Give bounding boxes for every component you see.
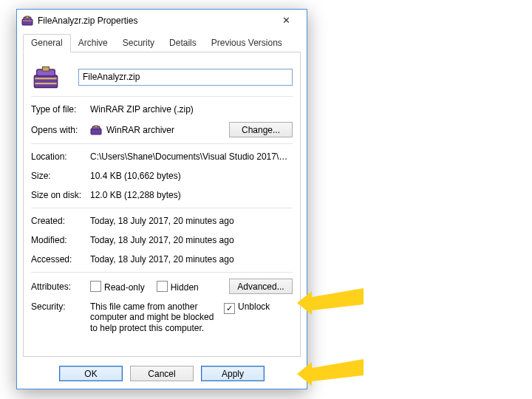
svg-rect-11 [95,126,98,128]
attribute-hidden[interactable]: Hidden [157,281,229,293]
value-type-of-file: WinRAR ZIP archive (.zip) [90,104,194,115]
change-button[interactable]: Change... [229,122,293,137]
titlebar[interactable]: FileAnalyzr.zip Properties ✕ [17,10,307,31]
value-created: Today, 18 July 2017, 20 minutes ago [90,216,234,226]
svg-rect-4 [34,75,58,88]
checkbox-unchecked-icon [157,281,168,292]
label-accessed: Accessed: [31,254,90,265]
tab-archive[interactable]: Archive [71,35,115,52]
label-location: Location: [31,151,90,162]
label-created: Created: [31,216,90,226]
label-type-of-file: Type of file: [31,104,90,115]
separator [31,208,293,208]
tab-details[interactable]: Details [162,35,204,52]
cancel-button[interactable]: Cancel [130,366,194,381]
separator [31,96,293,97]
properties-dialog: FileAnalyzr.zip Properties ✕ General Arc… [16,9,307,389]
attribute-readonly[interactable]: Read-only [90,281,145,293]
label-security: Security: [31,301,90,312]
security-text: This file came from another computer and… [90,301,219,333]
window-title: FileAnalyzr.zip Properties [38,16,271,26]
label-modified: Modified: [31,235,90,245]
separator [31,272,293,273]
checkbox-checked-icon [224,303,235,314]
label-size-on-disk: Size on disk: [31,190,90,200]
separator [31,143,293,144]
value-accessed: Today, 18 July 2017, 20 minutes ago [90,254,234,265]
ok-button[interactable]: OK [59,366,123,381]
winrar-app-icon [90,124,102,136]
tab-general[interactable]: General [23,34,71,52]
close-icon: ✕ [282,15,290,26]
label-opens-with: Opens with: [31,125,90,135]
tab-security[interactable]: Security [115,35,162,52]
winrar-file-icon [33,64,59,90]
filename-input[interactable] [78,69,293,86]
checkbox-unchecked-icon [90,281,101,292]
winrar-icon [21,15,33,27]
value-location: C:\Users\Shane\Documents\Visual Studio 2… [90,151,290,162]
unblock-checkbox[interactable]: Unblock [224,301,270,314]
close-button[interactable]: ✕ [271,12,301,30]
apply-button[interactable]: Apply [201,366,265,381]
tab-strip: General Archive Security Details Previou… [23,34,301,52]
dialog-button-strip: OK Cancel Apply [17,366,307,381]
value-size-on-disk: 12.0 KB (12,288 bytes) [90,190,181,200]
label-size: Size: [31,171,90,181]
label-attributes: Attributes: [31,282,90,292]
svg-rect-2 [26,16,29,18]
advanced-button[interactable]: Advanced... [229,279,293,294]
value-size: 10.4 KB (10,662 bytes) [90,171,181,181]
svg-rect-6 [43,67,50,72]
tab-body-general: Type of file: WinRAR ZIP archive (.zip) … [23,52,301,357]
value-opens-with: WinRAR archiver [106,125,229,135]
tab-previous-versions[interactable]: Previous Versions [204,35,290,52]
value-modified: Today, 18 July 2017, 20 minutes ago [90,235,234,245]
